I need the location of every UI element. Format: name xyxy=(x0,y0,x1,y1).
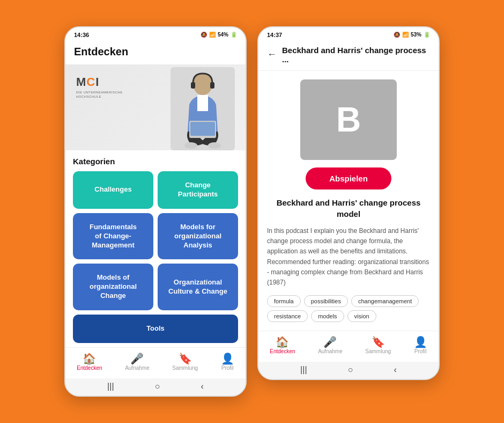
nav-profil-right[interactable]: 👤 Profil xyxy=(410,336,432,355)
left-time: 14:36 xyxy=(74,32,89,38)
battery-text-right: 53% xyxy=(411,32,421,38)
kategorien-title: Kategorien xyxy=(73,157,238,166)
podcast-description: In this podcast I explain you the Beckha… xyxy=(267,226,430,288)
battery-text: 54% xyxy=(218,32,228,38)
left-status-icons: 🔕 📶 54% 🔋 xyxy=(201,32,237,38)
categories-grid: Challenges ChangeParticipants Fundamenta… xyxy=(73,171,238,310)
bookmark-icon-left: 🔖 xyxy=(179,353,192,364)
tags-container: formula possibilities changemanagement r… xyxy=(267,295,430,322)
nav-label-profil-left: Profil xyxy=(221,365,234,371)
back-button[interactable]: ← xyxy=(267,49,277,60)
mci-c-letter: C xyxy=(86,75,95,89)
battery-icon: 🔋 xyxy=(231,32,237,38)
right-header: ← Beckhard and Harris' change process ..… xyxy=(258,40,439,71)
thumbnail-letter: B xyxy=(336,100,361,140)
svg-point-7 xyxy=(184,142,197,149)
nav-label-sammlung-left: Sammlung xyxy=(172,365,198,371)
svg-rect-3 xyxy=(210,82,214,89)
nav-label-profil-right: Profil xyxy=(414,348,427,354)
sys-home-right[interactable]: ○ xyxy=(348,365,353,375)
nav-label-sammlung-right: Sammlung xyxy=(365,348,391,354)
right-status-icons: 🔕 📶 53% 🔋 xyxy=(394,32,430,38)
left-status-bar: 14:36 🔕 📶 54% 🔋 xyxy=(65,27,246,40)
left-title: Entdecken xyxy=(74,46,237,58)
left-system-nav: ||| ○ ‹ xyxy=(65,378,246,396)
mute-icon-right: 🔕 xyxy=(394,32,400,38)
nav-label-entdecken-left: Entdecken xyxy=(77,365,102,371)
nav-sammlung-left[interactable]: 🔖 Sammlung xyxy=(168,352,202,372)
svg-rect-6 xyxy=(190,122,215,136)
nav-label-aufnahme-left: Aufnahme xyxy=(125,365,150,371)
podcast-title: Beckhard and Harris' change process mode… xyxy=(267,197,430,220)
tag-models[interactable]: models xyxy=(311,310,344,322)
cat-org-culture[interactable]: OrganizationalCulture & Change xyxy=(158,264,238,310)
sys-menu-right[interactable]: ||| xyxy=(300,365,307,375)
wifi-icon: 📶 xyxy=(209,32,216,38)
mic-icon-right: 🎤 xyxy=(323,337,337,347)
home-icon-right: 🏠 xyxy=(276,337,289,347)
sys-menu-left[interactable]: ||| xyxy=(107,382,114,391)
play-button[interactable]: Abspielen xyxy=(306,167,391,189)
cat-models-analysis[interactable]: Models fororganizationalAnalysis xyxy=(158,213,238,260)
svg-rect-4 xyxy=(197,95,208,111)
bookmark-icon-right: 🔖 xyxy=(372,337,385,347)
tag-possibilities[interactable]: possibilities xyxy=(304,295,348,307)
hero-image: MCI DIE UNTERNEHMERISCHEHOCHSCHULE xyxy=(65,64,246,150)
right-bottom-nav: 🏠 Entdecken 🎤 Aufnahme 🔖 Sammlung 👤 Prof… xyxy=(258,331,439,362)
svg-point-8 xyxy=(208,142,221,149)
home-icon-left: 🏠 xyxy=(83,353,96,364)
wifi-icon-right: 📶 xyxy=(402,32,409,38)
nav-entdecken-left[interactable]: 🏠 Entdecken xyxy=(72,352,106,372)
mute-icon: 🔕 xyxy=(201,32,207,38)
right-status-bar: 14:37 🔕 📶 53% 🔋 xyxy=(258,27,439,40)
mic-icon-left: 🎤 xyxy=(130,353,144,364)
left-phone: 14:36 🔕 📶 54% 🔋 Entdecken MCI DIE UNTERN… xyxy=(64,26,247,397)
profile-icon-left: 👤 xyxy=(221,353,234,364)
svg-point-1 xyxy=(193,74,212,95)
left-bottom-nav: 🏠 Entdecken 🎤 Aufnahme 🔖 Sammlung 👤 Prof… xyxy=(65,347,246,378)
sys-back-left[interactable]: ‹ xyxy=(201,382,204,391)
right-system-nav: ||| ○ ‹ xyxy=(258,362,439,379)
profile-icon-right: 👤 xyxy=(414,337,427,347)
tag-changemanagement[interactable]: changemanagement xyxy=(351,295,419,307)
cat-models-change[interactable]: Models oforganizationalChange xyxy=(73,264,153,310)
nav-label-entdecken-right: Entdecken xyxy=(270,348,295,354)
nav-entdecken-right[interactable]: 🏠 Entdecken xyxy=(265,336,299,355)
right-phone: 14:37 🔕 📶 53% 🔋 ← Beckhard and Harris' c… xyxy=(257,26,440,380)
tag-resistance[interactable]: resistance xyxy=(267,310,308,322)
screens-container: 14:36 🔕 📶 54% 🔋 Entdecken MCI DIE UNTERN… xyxy=(64,26,440,397)
nav-label-aufnahme-right: Aufnahme xyxy=(318,348,343,354)
cat-tools[interactable]: Tools xyxy=(73,315,238,343)
nav-sammlung-right[interactable]: 🔖 Sammlung xyxy=(361,336,395,355)
tag-formula[interactable]: formula xyxy=(267,295,301,307)
nav-aufnahme-left[interactable]: 🎤 Aufnahme xyxy=(121,352,154,372)
tag-vision[interactable]: vision xyxy=(347,310,376,322)
right-title: Beckhard and Harris' change process ... xyxy=(282,46,430,64)
podcast-thumbnail: B xyxy=(300,79,397,160)
hero-person-svg xyxy=(171,67,235,150)
nav-aufnahme-right[interactable]: 🎤 Aufnahme xyxy=(314,336,347,355)
kategorien-section: Kategorien Challenges ChangeParticipants… xyxy=(65,150,246,347)
mci-subtitle: DIE UNTERNEHMERISCHEHOCHSCHULE xyxy=(76,90,123,99)
battery-icon-right: 🔋 xyxy=(424,32,430,38)
mci-logo: MCI DIE UNTERNEHMERISCHEHOCHSCHULE xyxy=(76,75,123,99)
mci-logo-text: MCI xyxy=(76,75,123,89)
left-header: Entdecken xyxy=(65,40,246,64)
right-time: 14:37 xyxy=(267,32,282,38)
right-content: B Abspielen Beckhard and Harris' change … xyxy=(258,71,439,331)
cat-challenges[interactable]: Challenges xyxy=(73,171,153,209)
svg-rect-2 xyxy=(191,82,195,89)
sys-home-left[interactable]: ○ xyxy=(155,382,160,391)
cat-fundamentals[interactable]: Fundamentalsof Change-Management xyxy=(73,213,153,260)
sys-back-right[interactable]: ‹ xyxy=(394,365,397,375)
nav-profil-left[interactable]: 👤 Profil xyxy=(217,352,239,372)
cat-change-participants[interactable]: ChangeParticipants xyxy=(158,171,238,209)
